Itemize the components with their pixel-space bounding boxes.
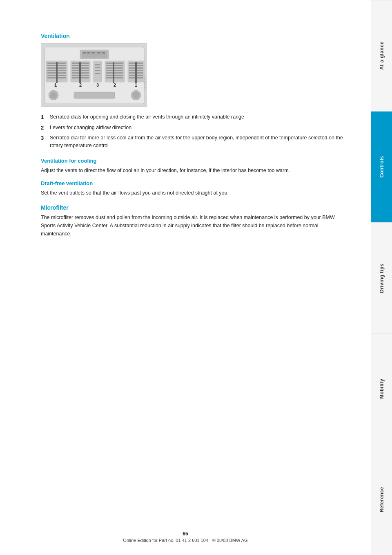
svg-point-59 [133, 92, 139, 98]
item-number-1: 1 [41, 113, 50, 121]
microfilter-title: Microfilter [41, 204, 346, 211]
item-text-1: Serrated dials for opening and closing t… [50, 113, 244, 121]
svg-rect-37 [106, 72, 123, 74]
page-footer: 65 Online Edition for Part no. 01 41 2 6… [0, 531, 371, 543]
draft-free-body: Set the vent outlets so that the air flo… [41, 189, 346, 197]
item-number-2: 2 [41, 124, 50, 132]
microfilter-section: Microfilter The microfilter removes dust… [41, 204, 346, 238]
sidebar-tab-reference[interactable]: Reference [371, 444, 392, 555]
svg-rect-32 [105, 61, 125, 82]
svg-rect-6 [91, 52, 95, 54]
svg-text:2: 2 [114, 83, 116, 87]
svg-rect-39 [106, 77, 123, 78]
sidebar-tab-driving-tips[interactable]: Driving tips [371, 222, 392, 333]
item-number-3: 3 [41, 134, 50, 142]
svg-text:2: 2 [79, 83, 82, 87]
ventilation-svg: 1 2 3 2 1 w0m1r04de [41, 44, 147, 107]
sidebar-tab-at-a-glance[interactable]: At a glance [371, 0, 392, 111]
svg-rect-38 [106, 75, 123, 76]
svg-text:3: 3 [96, 83, 99, 87]
svg-text:w0m1r04de: w0m1r04de [144, 76, 146, 90]
sidebar-tab-mobility[interactable]: Mobility [371, 333, 392, 444]
list-item-2: 2 Levers for changing airflow direction [41, 124, 346, 132]
page-number: 65 [0, 531, 371, 537]
svg-rect-26 [79, 62, 81, 83]
sidebar-tab-controls[interactable]: Controls [371, 111, 392, 222]
main-content: Ventilation [0, 0, 371, 555]
svg-rect-49 [135, 62, 137, 83]
svg-rect-4 [82, 52, 86, 54]
ventilation-title: Ventilation [41, 33, 346, 39]
svg-rect-34 [106, 65, 123, 66]
svg-rect-8 [102, 52, 105, 54]
ventilation-section: Ventilation [41, 33, 346, 150]
svg-rect-27 [94, 61, 102, 82]
ventilation-cooling-body: Adjust the vents to direct the flow of c… [41, 166, 346, 175]
svg-text:1: 1 [135, 83, 137, 87]
svg-text:1: 1 [54, 83, 57, 87]
svg-rect-17 [56, 62, 58, 83]
svg-rect-57 [74, 92, 115, 98]
ventilation-items: 1 Serrated dials for opening and closing… [41, 113, 346, 150]
draft-free-title: Draft-free ventilation [41, 180, 346, 186]
ventilation-cooling-title: Ventilation for cooling [41, 158, 346, 164]
svg-rect-30 [95, 70, 100, 71]
list-item-1: 1 Serrated dials for opening and closing… [41, 113, 346, 121]
sidebar: At a glance Controls Driving tips Mobili… [371, 0, 392, 555]
list-item-3: 3 Serrated dial for more or less cool ai… [41, 134, 346, 150]
svg-rect-5 [87, 52, 90, 54]
item-text-3: Serrated dial for more or less cool air … [50, 134, 346, 150]
svg-rect-31 [95, 73, 100, 74]
svg-rect-35 [106, 67, 123, 69]
svg-rect-40 [113, 62, 114, 83]
ventilation-cooling-section: Ventilation for cooling Adjust the vents… [41, 158, 346, 175]
svg-rect-33 [106, 63, 123, 64]
draft-free-section: Draft-free ventilation Set the vent outl… [41, 180, 346, 197]
svg-point-56 [50, 92, 57, 98]
svg-rect-28 [95, 64, 100, 65]
svg-rect-7 [97, 52, 100, 54]
footer-text: Online Edition for Part no. 01 41 2 601 … [123, 538, 247, 543]
svg-rect-29 [95, 67, 100, 68]
microfilter-body: The microfilter removes dust and pollen … [41, 213, 346, 238]
svg-rect-36 [106, 70, 123, 71]
item-text-2: Levers for changing airflow direction [50, 124, 131, 132]
ventilation-diagram: 1 2 3 2 1 w0m1r04de [41, 43, 147, 107]
